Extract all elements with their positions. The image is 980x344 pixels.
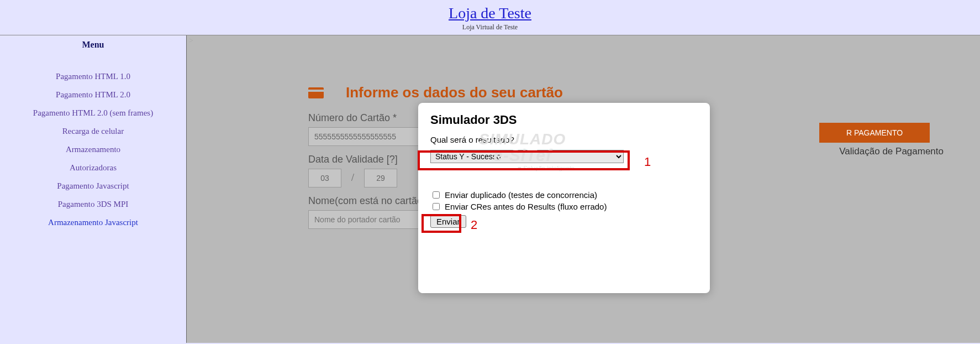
app-subtitle: Loja Virtual de Teste [0,23,980,32]
checkbox-duplicado-label: Enviar duplicado (testes de concorrencia… [445,190,597,200]
checkbox-row-cres[interactable]: Enviar CRes antes do Results (fluxo erra… [430,201,698,212]
sidebar-item-armazenamento[interactable]: Armazenamento [66,145,120,154]
enviar-button[interactable]: Enviar [430,215,466,228]
expiry-separator: / [351,172,354,183]
sidebar-item-pagamento-js[interactable]: Pagamento Javascript [57,181,129,191]
sidebar-item-pagamento-html-2[interactable]: Pagamento HTML 2.0 [56,90,130,100]
sidebar-item-recarga[interactable]: Recarga de celular [62,127,124,136]
confirm-payment-button[interactable]: R PAGAMENTO [819,123,930,143]
modal-title: Simulador 3DS [430,113,698,127]
expiry-month-input[interactable] [308,169,341,187]
sidebar: Menu Pagamento HTML 1.0 Pagamento HTML 2… [0,35,187,343]
menu-heading: Menu [0,40,186,50]
checkbox-cres[interactable] [433,203,440,210]
expiry-year-input[interactable] [364,169,397,187]
sidebar-item-pagamento-html-1[interactable]: Pagamento HTML 1.0 [56,72,130,81]
payment-stage-label: Validação de Pagamento [839,146,944,157]
sidebar-item-pagamento-html-2-sf[interactable]: Pagamento HTML 2.0 (sem frames) [33,108,153,118]
sidebar-item-pagamento-3ds-mpi[interactable]: Pagamento 3DS MPI [58,200,129,209]
form-title: Informe os dados do seu cartão [346,84,563,101]
checkbox-cres-label: Enviar CRes antes do Results (fluxo erra… [445,202,607,211]
app-title[interactable]: Loja de Teste [0,4,980,22]
sidebar-item-autorizadoras[interactable]: Autorizadoras [70,163,117,173]
result-select[interactable]: Status Y - Sucesso [430,150,624,163]
app-header: Loja de Teste Loja Virtual de Teste [0,0,980,35]
annotation-number-1: 1 [644,155,651,169]
simulator-3ds-modal: SIMULADO e-SiTef ■ Solução inteligente S… [418,103,710,293]
credit-card-icon [308,87,324,98]
stray-char: > [187,37,193,45]
checkbox-duplicado[interactable] [433,191,440,199]
checkbox-row-duplicado[interactable]: Enviar duplicado (testes de concorrencia… [430,190,698,200]
modal-question: Qual será o resultado? [430,135,698,144]
annotation-number-2: 2 [471,218,477,232]
menu-list: Pagamento HTML 1.0 Pagamento HTML 2.0 Pa… [0,72,186,227]
sidebar-item-armazenamento-js[interactable]: Armazenamento Javascript [48,218,138,227]
